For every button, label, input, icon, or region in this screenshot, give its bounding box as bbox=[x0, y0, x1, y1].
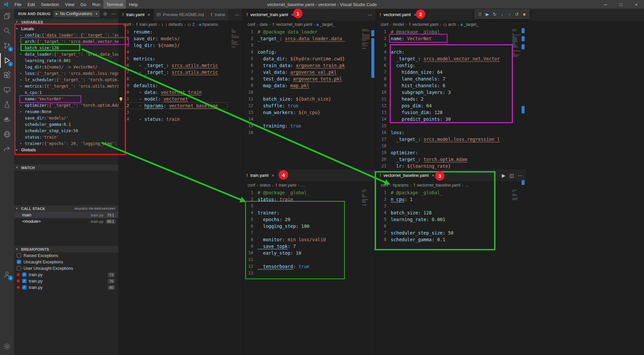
minimap[interactable] bbox=[362, 29, 371, 51]
code-line[interactable]: 8 test_data: argoverse_tets.pkl bbox=[243, 75, 361, 82]
step-into-icon[interactable]: ↓ bbox=[499, 10, 505, 18]
line-number[interactable]: 7 bbox=[247, 230, 258, 236]
breakpoint-user-uncaught-exceptions[interactable]: User Uncaught Exceptions bbox=[14, 265, 118, 271]
menu-terminal[interactable]: Terminal bbox=[103, 0, 126, 9]
variable-metrics[interactable]: ▸metrics: [{'_target_': 'srcs.utils.metr… bbox=[14, 83, 118, 89]
code-line[interactable]: 13 num_workers: ${n_cpu} bbox=[243, 109, 361, 116]
line-number[interactable]: 3 bbox=[247, 42, 258, 49]
line-number[interactable]: 8 bbox=[380, 75, 391, 82]
activity-bar-item-remote-explorer[interactable] bbox=[0, 83, 14, 97]
line-number[interactable]: 2 bbox=[380, 35, 391, 42]
menu-go[interactable]: Go bbox=[77, 0, 89, 9]
code-line[interactable]: 5learning_rate: 0.001 bbox=[376, 216, 511, 223]
code-line[interactable]: 11 - model: vectornet bbox=[119, 96, 228, 102]
code-line[interactable]: 2_target_: srcs.data_loader.data_ bbox=[243, 35, 361, 42]
line-number[interactable]: 7 bbox=[380, 230, 391, 236]
line-number[interactable]: 8 bbox=[247, 236, 258, 243]
breadcrumb-item-data[interactable]: data bbox=[260, 22, 267, 27]
call-stack-section-header[interactable]: ▾ CALL STACK PAUSED ON BREAKPOINT bbox=[14, 205, 118, 212]
code-line[interactable]: 1# @package _global_ bbox=[376, 29, 511, 35]
code-line[interactable]: 16 bbox=[243, 129, 361, 136]
stop-icon[interactable]: ■ bbox=[521, 10, 528, 18]
line-number[interactable]: 13 bbox=[123, 109, 133, 116]
line-number[interactable]: 9 bbox=[380, 82, 391, 89]
variable-lr-scheduler[interactable]: ▸lr_scheduler: {'_target_': 'torch.optim… bbox=[14, 77, 118, 83]
code-line[interactable]: 8scheduler_gamma: 0.1 bbox=[376, 236, 511, 243]
line-number[interactable]: 1 bbox=[123, 29, 133, 35]
checkbox[interactable]: ✓ bbox=[22, 272, 26, 277]
line-number[interactable]: 5 bbox=[380, 55, 391, 62]
code-line[interactable]: 15 bbox=[376, 122, 511, 129]
breadcrumb-item-vectornet-yaml[interactable]: !vectornet.yaml bbox=[409, 22, 438, 27]
stack-frame-module[interactable]: <module>train.py96:1 bbox=[14, 218, 118, 224]
minimap[interactable] bbox=[512, 29, 522, 57]
breadcrumb-item-vectornet-baseline-yaml[interactable]: !vectornet_baseline.yaml bbox=[413, 183, 461, 188]
minimap[interactable] bbox=[362, 190, 371, 207]
code-line[interactable]: 2n_cpu: 1 bbox=[376, 196, 511, 203]
close-button[interactable]: × bbox=[629, 0, 644, 9]
line-number[interactable]: 10 bbox=[380, 89, 391, 96]
code-line[interactable]: 8 monitor: min loss/valid bbox=[243, 236, 361, 243]
activity-bar-item-source-control[interactable]: 2 bbox=[0, 38, 14, 53]
more-actions[interactable]: ⋯ bbox=[368, 173, 372, 178]
code-area[interactable]: 1resume:2save_dir: models/3log_dir: ${na… bbox=[119, 29, 228, 355]
code-line[interactable]: 9defaults: bbox=[119, 82, 228, 89]
menu-view[interactable]: View bbox=[62, 0, 77, 9]
more-actions-icon[interactable]: ⋯ bbox=[111, 10, 116, 17]
code-line[interactable]: 3log_dir: ${name}/ bbox=[119, 42, 228, 49]
line-number[interactable]: 5 bbox=[247, 216, 258, 223]
line-number[interactable]: 13 bbox=[247, 270, 258, 276]
tab-train-yaml[interactable]: !train.yaml× bbox=[119, 9, 154, 20]
line-number[interactable]: 11 bbox=[380, 96, 391, 102]
gear-icon[interactable] bbox=[102, 10, 108, 17]
code-line[interactable]: 4config: bbox=[243, 49, 361, 55]
line-number[interactable]: 8 bbox=[380, 236, 391, 243]
activity-bar-item-explorer[interactable] bbox=[0, 9, 14, 23]
code-line[interactable]: 7 hidden_size: 64 bbox=[376, 69, 511, 75]
minimap[interactable] bbox=[512, 190, 522, 201]
variable-log-dir[interactable]: log_dir: ${name}/ -> VectorNet/ bbox=[14, 64, 118, 70]
line-number[interactable]: 4 bbox=[247, 209, 258, 216]
line-number[interactable]: 15 bbox=[247, 122, 258, 129]
tab-vectornet-yaml[interactable]: !vectornet.yaml× bbox=[376, 9, 420, 20]
code-area[interactable]: 1# @package _global_2n_cpu: 134batch_siz… bbox=[376, 189, 511, 355]
tab-vectornet-train-yaml[interactable]: !vectornet_train.yaml× bbox=[243, 9, 297, 20]
line-number[interactable]: 12 bbox=[247, 102, 258, 109]
line-number[interactable]: 10 bbox=[247, 250, 258, 256]
scope-locals[interactable]: ▾ Locals bbox=[14, 26, 118, 32]
line-number[interactable]: 20 bbox=[380, 156, 391, 163]
code-line[interactable]: 11 batch_size: ${batch_size} bbox=[243, 96, 361, 102]
code-line[interactable]: 6 - _target_: srcs.utils.metric bbox=[119, 62, 228, 69]
line-number[interactable]: 6 bbox=[247, 223, 258, 230]
code-line[interactable]: 3 bbox=[243, 203, 361, 209]
line-number[interactable]: 6 bbox=[247, 62, 258, 69]
code-line[interactable]: 1# @package _global_ bbox=[243, 189, 361, 196]
breadcrumb-item-train-yaml[interactable]: !train.yaml bbox=[136, 22, 157, 27]
chevron-collapsed-icon[interactable]: ▸ bbox=[20, 110, 25, 113]
line-number[interactable]: 5 bbox=[123, 55, 133, 62]
line-number[interactable]: 13 bbox=[380, 109, 391, 116]
code-line[interactable]: 10 early_stop: 10 bbox=[243, 250, 361, 256]
line-number[interactable]: 7 bbox=[247, 69, 258, 75]
code-line[interactable]: 5 _target_: srcs.model.vector_net.Vector bbox=[376, 55, 511, 62]
activity-bar-item-settings[interactable] bbox=[0, 339, 14, 354]
code-line[interactable]: 2save_dir: models/ bbox=[119, 35, 228, 42]
line-number[interactable]: 6 bbox=[380, 223, 391, 230]
variable-save-dir[interactable]: save_dir: 'models/' bbox=[14, 115, 118, 121]
variable-optimizer[interactable]: ▸optimizer: {'_target_': 'torch.optim.Ad… bbox=[14, 102, 118, 108]
code-line[interactable]: 13 bbox=[243, 270, 361, 276]
line-number[interactable]: 18 bbox=[380, 143, 391, 149]
line-number[interactable]: 14 bbox=[380, 116, 391, 122]
line-number[interactable]: 5 bbox=[380, 216, 391, 223]
line-number[interactable]: 4 bbox=[380, 209, 391, 216]
variable-batch-size[interactable]: batch_size: 128 bbox=[14, 45, 118, 51]
chevron-collapsed-icon[interactable]: ▸ bbox=[20, 78, 25, 81]
more-actions[interactable]: ⋯ bbox=[368, 12, 372, 17]
code-line[interactable]: 21 lr: ${learning_rate} bbox=[376, 163, 511, 169]
code-line[interactable]: 7 bbox=[243, 230, 361, 236]
code-line[interactable]: 18 bbox=[376, 143, 511, 149]
line-number[interactable]: 16 bbox=[247, 129, 258, 136]
variable-config[interactable]: ▸config: {'data_loader': {'_target_': 's… bbox=[14, 32, 118, 38]
step-out-icon[interactable]: ↑ bbox=[506, 10, 513, 18]
code-line[interactable]: 4 bbox=[119, 49, 228, 55]
